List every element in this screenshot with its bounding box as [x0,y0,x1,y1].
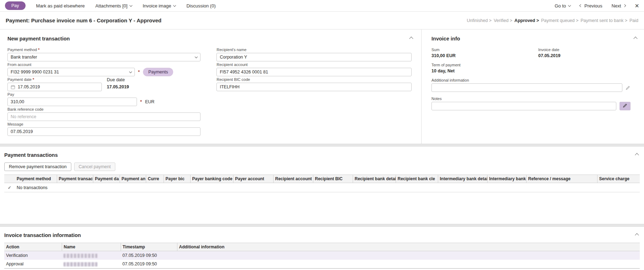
invoice-info-panel: Invoice info Sum 310,00 EUR Term of paym… [422,29,644,144]
column-header: Timestamp [121,243,177,251]
from-account-value: FI32 9999 9900 0231 31 [11,70,59,75]
status-step-approved: Approved > [514,18,539,23]
invoice-info-collapse-button[interactable] [633,34,638,43]
table-row: Approval 07.05.2019 09:50 [4,260,640,269]
payment-method-select[interactable]: Bank transfer [7,53,200,61]
chevron-down-icon [129,70,132,73]
goto-label: Go to [555,3,566,9]
from-account-select[interactable]: FI32 9999 9900 0231 31 [7,68,135,76]
payment-transactions-header-row: Payment methodPayment transactiPayment d… [4,175,640,183]
additional-information-cell [177,260,640,269]
name-cell [62,260,121,269]
status-step-payment-queued: Payment queued > [541,18,578,23]
timestamp-cell: 07.05.2019 09:50 [121,251,177,260]
term-of-payment-value: 10 day, Net [431,68,538,73]
payment-transactions-table: Payment methodPayment transactiPayment d… [4,175,640,192]
additional-information-cell [177,251,640,260]
chevron-left-icon [579,4,582,7]
required-asterisk: * [33,77,34,82]
from-account-label: From account [7,62,216,67]
payment-transactions-collapse-button[interactable] [634,151,640,159]
due-date-block: Due date 17.05.2019 [107,77,129,92]
recipient-bic-input[interactable] [216,83,412,91]
chevron-up-icon [633,37,637,40]
payments-button[interactable]: Payments [143,68,174,76]
previous-label: Previous [584,3,602,9]
edit-pencil-icon [623,103,627,109]
column-header: Action [4,243,62,251]
pay-button[interactable]: Pay [5,1,26,10]
pay-amount-input[interactable] [7,98,137,106]
chevron-up-icon [635,153,639,157]
status-step-verified: Verified > [494,18,512,23]
sum-value: 310,00 EUR [431,53,538,58]
bank-reference-label: Bank reference code [7,107,216,111]
attachments-button[interactable]: Attachments [0] [95,3,132,9]
notes-input[interactable] [431,102,616,110]
chevron-up-icon [409,37,413,40]
top-toolbar: Pay Mark as paid elsewhere Attachments [… [0,0,644,12]
column-header: Name [62,243,121,251]
recipient-account-label: Recipient account [216,62,414,67]
column-header: Payer bic [164,175,190,183]
goto-button[interactable]: Go to [555,3,571,9]
discussion-label: Discussion (0) [186,3,215,9]
column-header: Recipient account [273,175,313,183]
previous-button[interactable]: Previous [580,3,602,9]
attachments-label: Attachments [0] [95,3,127,9]
invoice-transaction-title: Invoice transaction information [4,232,81,238]
invoice-date-value: 07.05.2019 [538,53,561,58]
action-cell: Verification [4,251,62,260]
column-header: Recipient BIC [313,175,353,183]
new-payment-collapse-button[interactable] [408,34,414,43]
payment-date-input[interactable]: 17.05.2019 [7,83,102,91]
required-asterisk: * [138,70,140,75]
message-input[interactable] [7,127,200,136]
invoice-image-button[interactable]: Invoice image [143,3,176,9]
cancel-payment-button: Cancel payment [74,162,115,171]
column-header: Reference / message [526,175,597,183]
currency-label: EUR [145,99,154,104]
column-header: Payer account [233,175,273,183]
additional-information-input[interactable] [431,83,622,92]
column-header: Curre [146,175,164,183]
remove-payment-transaction-button[interactable]: Remove payment transaction [4,162,71,171]
next-button[interactable]: Next [612,3,626,9]
column-header: Intermediary bank [487,175,526,183]
bank-reference-input[interactable] [7,112,200,121]
sum-label: Sum [431,48,538,52]
page-title: Payment: Purchase invoice num 6 - Corpor… [6,17,161,23]
section-divider [0,224,644,227]
recipient-name-input[interactable] [216,53,412,61]
check-icon: ✓ [4,183,15,192]
status-step-paid: Paid [629,18,638,23]
payment-method-value: Bank transfer [11,55,37,60]
mark-as-paid-label: Mark as paid elsewhere [36,3,85,9]
payment-transactions-section: Payment transactions Remove payment tran… [0,147,644,224]
mark-as-paid-button[interactable]: Mark as paid elsewhere [36,3,85,9]
term-of-payment-label: Term of payment [431,63,538,67]
status-step-unfinished: Unfinished > [467,18,492,23]
toolbar-right-group: Go to Previous Next × [555,2,639,9]
due-date-value: 17.05.2019 [107,84,129,89]
payment-date-label: Payment date * [7,77,102,82]
pay-amount-label: Pay [7,92,216,97]
edit-pencil-icon[interactable] [626,86,630,90]
column-header: Recipient bank cle [396,175,438,183]
table-row: Verification 07.05.2019 09:50 [4,251,640,260]
column-header: Payer banking code [190,175,233,183]
notes-edit-button[interactable] [620,102,631,110]
discussion-button[interactable]: Discussion (0) [186,3,215,9]
recipient-account-input[interactable] [216,68,412,76]
invoice-transaction-collapse-button[interactable] [634,231,640,239]
timestamp-cell: 07.05.2019 09:50 [121,260,177,269]
chevron-up-icon [635,233,639,237]
notes-label: Notes [431,97,638,101]
chevron-right-icon [623,4,626,7]
select-column-header [4,175,15,183]
column-header: Payment method [15,175,57,183]
invoice-transaction-table: ActionNameTimestampAdditional informatio… [4,243,640,269]
close-button[interactable]: × [635,2,639,9]
chevron-down-icon [195,55,198,58]
redacted-name [64,254,98,258]
